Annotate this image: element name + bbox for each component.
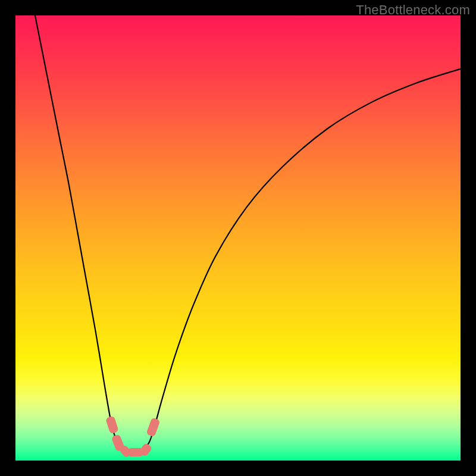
- watermark-text: TheBottleneck.com: [356, 2, 470, 18]
- bottleneck-curve: [15, 15, 461, 461]
- curve-path: [35, 15, 461, 451]
- plot-area: [15, 15, 461, 461]
